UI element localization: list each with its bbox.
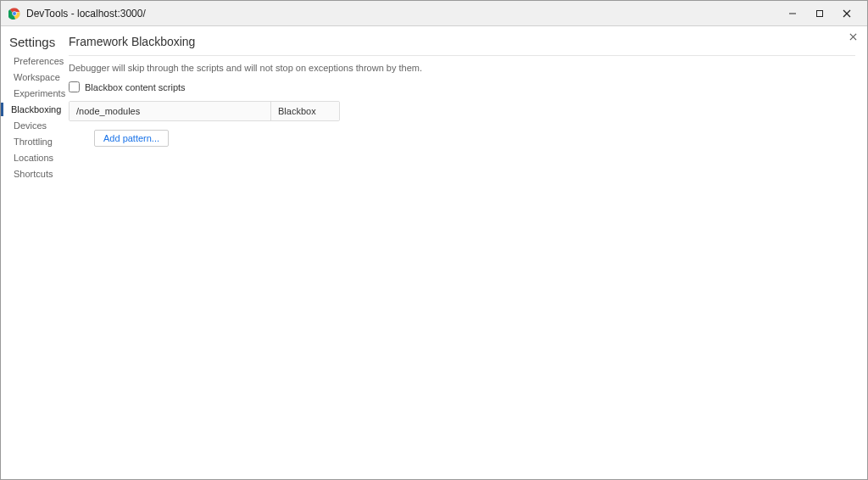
pattern-cell-behavior: Blackbox xyxy=(271,102,339,120)
blackbox-patterns-table: /node_modules Blackbox xyxy=(69,101,340,121)
window-maximize-button[interactable] xyxy=(806,1,833,26)
sidebar-item-experiments[interactable]: Experiments xyxy=(9,87,60,100)
blackbox-content-scripts-label[interactable]: Blackbox content scripts xyxy=(85,82,186,92)
sidebar-item-preferences[interactable]: Preferences xyxy=(9,54,60,68)
settings-content: Framework Blackboxing Debugger will skip… xyxy=(60,26,867,479)
add-pattern-button[interactable]: Add pattern... xyxy=(94,130,169,147)
pattern-row[interactable]: /node_modules Blackbox xyxy=(70,102,339,120)
blackboxing-description: Debugger will skip through the scripts a… xyxy=(69,63,855,73)
settings-sidebar: Settings Preferences Workspace Experimen… xyxy=(1,26,60,479)
sidebar-item-workspace[interactable]: Workspace xyxy=(9,70,60,84)
divider xyxy=(69,55,855,56)
settings-panel: Settings Preferences Workspace Experimen… xyxy=(1,26,867,479)
sidebar-item-shortcuts[interactable]: Shortcuts xyxy=(9,167,60,181)
sidebar-item-throttling[interactable]: Throttling xyxy=(9,135,60,148)
window-close-button[interactable] xyxy=(833,1,860,26)
window-controls xyxy=(779,1,860,26)
window-minimize-button[interactable] xyxy=(779,1,806,26)
sidebar-item-blackboxing[interactable]: Blackboxing xyxy=(1,103,60,116)
blackbox-content-scripts-checkbox[interactable] xyxy=(69,81,80,92)
window-title: DevTools - localhost:3000/ xyxy=(26,8,779,20)
sidebar-header: Settings xyxy=(9,35,60,49)
svg-rect-4 xyxy=(817,10,823,16)
page-title: Framework Blackboxing xyxy=(69,35,855,48)
chrome-icon xyxy=(8,7,21,20)
sidebar-item-devices[interactable]: Devices xyxy=(9,119,60,132)
blackbox-content-scripts-row: Blackbox content scripts xyxy=(69,81,855,92)
window-titlebar: DevTools - localhost:3000/ xyxy=(1,1,867,26)
pattern-cell-pattern: /node_modules xyxy=(70,102,271,120)
sidebar-item-locations[interactable]: Locations xyxy=(9,151,60,165)
